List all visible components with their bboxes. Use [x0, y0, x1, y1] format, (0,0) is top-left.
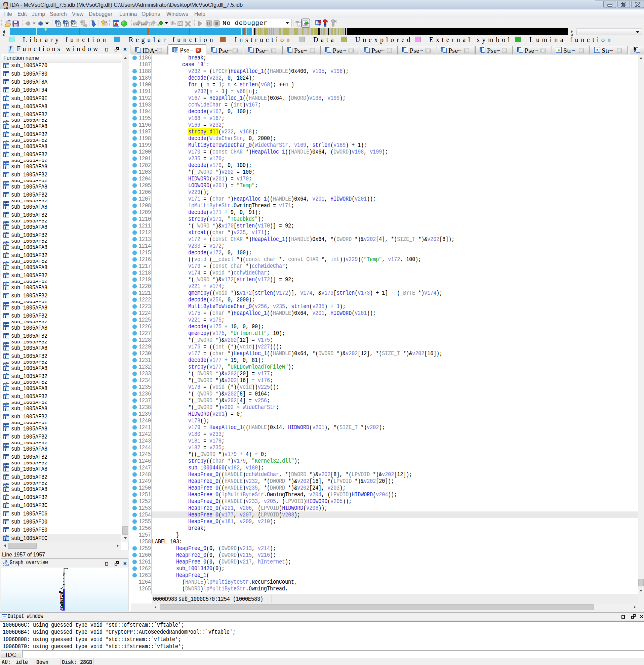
svg-text:101: 101 — [72, 22, 77, 26]
svg-text:#: # — [57, 22, 59, 26]
svg-text:T: T — [65, 22, 68, 26]
svg-text:!: ! — [116, 23, 116, 25]
svg-text:c: c — [299, 23, 300, 26]
